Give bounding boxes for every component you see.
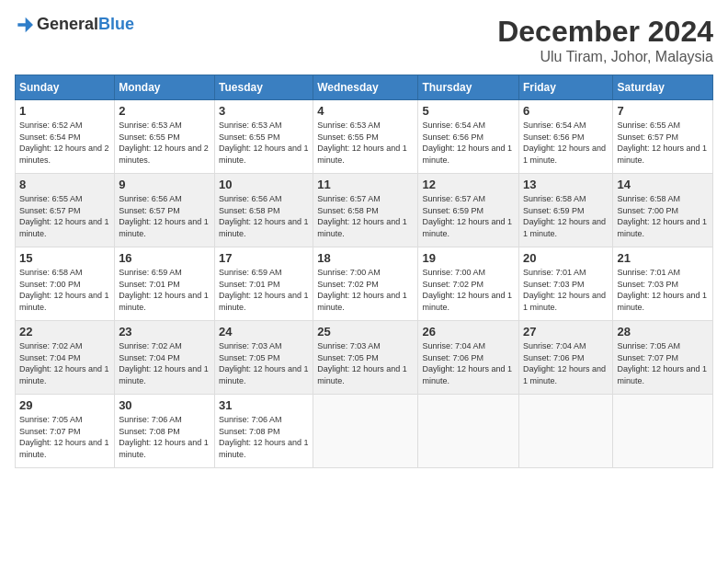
day-number: 30 xyxy=(119,398,210,412)
day-number: 27 xyxy=(523,325,609,339)
day-number: 8 xyxy=(19,178,110,191)
day-number: 21 xyxy=(617,251,709,265)
day-number: 12 xyxy=(422,178,514,191)
day-info: Sunrise: 6:58 AMSunset: 6:59 PMDaylight:… xyxy=(523,193,609,239)
table-row: 25 Sunrise: 7:03 AMSunset: 7:05 PMDaylig… xyxy=(313,321,418,395)
calendar-week-row: 22 Sunrise: 7:02 AMSunset: 7:04 PMDaylig… xyxy=(16,321,713,395)
table-row: 3 Sunrise: 6:53 AMSunset: 6:55 PMDayligh… xyxy=(215,100,313,174)
location-title: Ulu Tiram, Johor, Malaysia xyxy=(497,49,713,65)
day-info: Sunrise: 7:03 AMSunset: 7:05 PMDaylight:… xyxy=(317,340,414,386)
header-thursday: Thursday xyxy=(418,75,518,100)
calendar-week-row: 1 Sunrise: 6:52 AMSunset: 6:54 PMDayligh… xyxy=(16,100,713,174)
day-info: Sunrise: 6:54 AMSunset: 6:56 PMDaylight:… xyxy=(422,120,514,166)
day-info: Sunrise: 6:57 AMSunset: 6:58 PMDaylight:… xyxy=(317,193,414,239)
day-info: Sunrise: 6:59 AMSunset: 7:01 PMDaylight:… xyxy=(119,267,210,313)
day-number: 26 xyxy=(422,325,514,339)
table-row: 28 Sunrise: 7:05 AMSunset: 7:07 PMDaylig… xyxy=(613,321,713,395)
table-row: 9 Sunrise: 6:56 AMSunset: 6:57 PMDayligh… xyxy=(115,174,215,247)
table-row: 18 Sunrise: 7:00 AMSunset: 7:02 PMDaylig… xyxy=(313,247,418,321)
header-sunday: Sunday xyxy=(16,75,115,100)
table-row: 4 Sunrise: 6:53 AMSunset: 6:55 PMDayligh… xyxy=(313,100,418,174)
day-number: 11 xyxy=(317,178,414,191)
table-row: 26 Sunrise: 7:04 AMSunset: 7:06 PMDaylig… xyxy=(418,321,518,395)
day-number: 17 xyxy=(219,251,309,265)
day-info: Sunrise: 6:54 AMSunset: 6:56 PMDaylight:… xyxy=(523,120,609,166)
day-number: 22 xyxy=(19,325,110,339)
table-row: 31 Sunrise: 7:06 AMSunset: 7:08 PMDaylig… xyxy=(215,395,313,468)
table-row: 6 Sunrise: 6:54 AMSunset: 6:56 PMDayligh… xyxy=(518,100,613,174)
logo: GeneralBlue xyxy=(15,15,134,34)
day-number: 3 xyxy=(219,104,309,118)
day-number: 10 xyxy=(219,178,309,191)
header: GeneralBlue December 2024 Ulu Tiram, Joh… xyxy=(15,15,713,65)
day-info: Sunrise: 6:55 AMSunset: 6:57 PMDaylight:… xyxy=(617,120,709,166)
day-info: Sunrise: 6:53 AMSunset: 6:55 PMDaylight:… xyxy=(317,120,414,166)
table-row: 27 Sunrise: 7:04 AMSunset: 7:06 PMDaylig… xyxy=(518,321,613,395)
table-row: 17 Sunrise: 6:59 AMSunset: 7:01 PMDaylig… xyxy=(215,247,313,321)
day-number: 25 xyxy=(317,325,414,339)
day-number: 14 xyxy=(617,178,709,191)
day-info: Sunrise: 6:53 AMSunset: 6:55 PMDaylight:… xyxy=(219,120,309,166)
header-saturday: Saturday xyxy=(613,75,713,100)
day-info: Sunrise: 7:02 AMSunset: 7:04 PMDaylight:… xyxy=(119,340,210,386)
weekday-header-row: Sunday Monday Tuesday Wednesday Thursday… xyxy=(16,75,713,100)
day-number: 29 xyxy=(19,398,110,412)
day-number: 16 xyxy=(119,251,210,265)
day-info: Sunrise: 6:55 AMSunset: 6:57 PMDaylight:… xyxy=(19,193,110,239)
day-info: Sunrise: 6:56 AMSunset: 6:58 PMDaylight:… xyxy=(219,193,309,239)
day-number: 19 xyxy=(422,251,514,265)
table-row: 8 Sunrise: 6:55 AMSunset: 6:57 PMDayligh… xyxy=(16,174,115,247)
day-info: Sunrise: 7:01 AMSunset: 7:03 PMDaylight:… xyxy=(617,267,709,313)
day-number: 4 xyxy=(317,104,414,118)
day-info: Sunrise: 7:01 AMSunset: 7:03 PMDaylight:… xyxy=(523,267,609,313)
table-row xyxy=(418,395,518,468)
day-info: Sunrise: 6:52 AMSunset: 6:54 PMDaylight:… xyxy=(19,120,110,166)
table-row: 24 Sunrise: 7:03 AMSunset: 7:05 PMDaylig… xyxy=(215,321,313,395)
day-info: Sunrise: 6:59 AMSunset: 7:01 PMDaylight:… xyxy=(219,267,309,313)
day-number: 20 xyxy=(523,251,609,265)
calendar-table: Sunday Monday Tuesday Wednesday Thursday… xyxy=(15,75,713,468)
day-info: Sunrise: 7:06 AMSunset: 7:08 PMDaylight:… xyxy=(219,414,309,460)
day-info: Sunrise: 6:56 AMSunset: 6:57 PMDaylight:… xyxy=(119,193,210,239)
header-wednesday: Wednesday xyxy=(313,75,418,100)
day-info: Sunrise: 6:53 AMSunset: 6:55 PMDaylight:… xyxy=(119,120,210,166)
day-number: 31 xyxy=(219,398,309,412)
table-row: 22 Sunrise: 7:02 AMSunset: 7:04 PMDaylig… xyxy=(16,321,115,395)
day-info: Sunrise: 7:06 AMSunset: 7:08 PMDaylight:… xyxy=(119,414,210,460)
table-row: 13 Sunrise: 6:58 AMSunset: 6:59 PMDaylig… xyxy=(518,174,613,247)
table-row: 5 Sunrise: 6:54 AMSunset: 6:56 PMDayligh… xyxy=(418,100,518,174)
table-row xyxy=(518,395,613,468)
day-info: Sunrise: 7:05 AMSunset: 7:07 PMDaylight:… xyxy=(19,414,110,460)
table-row: 29 Sunrise: 7:05 AMSunset: 7:07 PMDaylig… xyxy=(16,395,115,468)
table-row: 21 Sunrise: 7:01 AMSunset: 7:03 PMDaylig… xyxy=(613,247,713,321)
table-row: 10 Sunrise: 6:56 AMSunset: 6:58 PMDaylig… xyxy=(215,174,313,247)
day-number: 2 xyxy=(119,104,210,118)
logo-icon xyxy=(15,16,33,34)
day-number: 23 xyxy=(119,325,210,339)
svg-marker-0 xyxy=(17,17,33,32)
month-title: December 2024 xyxy=(497,15,713,49)
table-row: 11 Sunrise: 6:57 AMSunset: 6:58 PMDaylig… xyxy=(313,174,418,247)
day-number: 15 xyxy=(19,251,110,265)
day-number: 13 xyxy=(523,178,609,191)
title-area: December 2024 Ulu Tiram, Johor, Malaysia xyxy=(497,15,713,65)
day-number: 9 xyxy=(119,178,210,191)
table-row: 12 Sunrise: 6:57 AMSunset: 6:59 PMDaylig… xyxy=(418,174,518,247)
logo-blue: Blue xyxy=(98,15,134,33)
day-number: 6 xyxy=(523,104,609,118)
table-row xyxy=(313,395,418,468)
logo-general: General xyxy=(37,15,98,33)
table-row: 19 Sunrise: 7:00 AMSunset: 7:02 PMDaylig… xyxy=(418,247,518,321)
header-tuesday: Tuesday xyxy=(215,75,313,100)
table-row: 14 Sunrise: 6:58 AMSunset: 7:00 PMDaylig… xyxy=(613,174,713,247)
day-info: Sunrise: 6:58 AMSunset: 7:00 PMDaylight:… xyxy=(617,193,709,239)
table-row: 20 Sunrise: 7:01 AMSunset: 7:03 PMDaylig… xyxy=(518,247,613,321)
header-friday: Friday xyxy=(518,75,613,100)
day-info: Sunrise: 7:02 AMSunset: 7:04 PMDaylight:… xyxy=(19,340,110,386)
table-row: 23 Sunrise: 7:02 AMSunset: 7:04 PMDaylig… xyxy=(115,321,215,395)
table-row: 2 Sunrise: 6:53 AMSunset: 6:55 PMDayligh… xyxy=(115,100,215,174)
day-info: Sunrise: 7:04 AMSunset: 7:06 PMDaylight:… xyxy=(523,340,609,386)
day-info: Sunrise: 7:04 AMSunset: 7:06 PMDaylight:… xyxy=(422,340,514,386)
table-row xyxy=(613,395,713,468)
day-number: 5 xyxy=(422,104,514,118)
